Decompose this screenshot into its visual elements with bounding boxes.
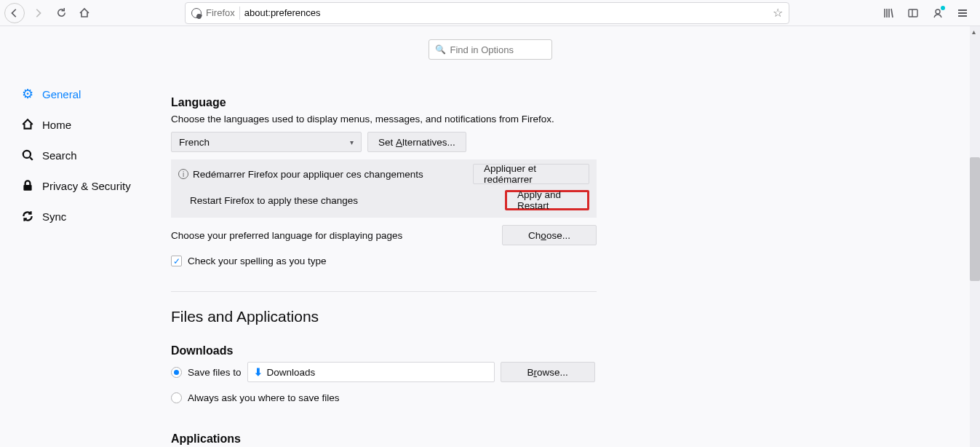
url-bar[interactable]: Firefox about:preferences ☆ xyxy=(185,2,789,24)
scroll-up-icon[interactable]: ▴ xyxy=(972,28,976,36)
home-icon xyxy=(20,118,35,131)
preferences-main: Language Choose the languages used to di… xyxy=(171,96,597,447)
save-files-radio[interactable] xyxy=(171,367,182,378)
downloads-path-input[interactable]: ⬇ Downloads xyxy=(247,362,495,382)
url-separator xyxy=(239,7,240,20)
language-select[interactable]: French ▾ xyxy=(171,132,362,152)
restart-row-fr: i Redémarrer Firefox pour appliquer ces … xyxy=(178,164,589,184)
set-alternatives-button[interactable]: Set Alternatives... xyxy=(367,132,466,152)
svg-line-4 xyxy=(30,157,32,159)
sidebar-item-label: General xyxy=(42,88,81,100)
language-controls: French ▾ Set Alternatives... xyxy=(171,132,597,152)
downloads-heading: Downloads xyxy=(171,344,597,357)
sidebar-item-search[interactable]: Search xyxy=(20,140,159,170)
info-icon: i xyxy=(178,169,188,179)
sidebar-icon[interactable] xyxy=(904,4,922,22)
menu-hamburger-icon[interactable] xyxy=(954,4,971,22)
save-files-label: Save files to xyxy=(188,367,242,378)
always-ask-label: Always ask you where to save files xyxy=(188,392,340,403)
notification-dot-icon xyxy=(941,6,945,10)
apply-restart-en-button[interactable]: Apply and Restart xyxy=(505,190,589,210)
check-spelling-checkbox[interactable]: ✓ xyxy=(171,256,182,266)
always-ask-row[interactable]: Always ask you where to save files xyxy=(171,392,597,403)
preferences-page: ▴ 🔍 ⚙ General Home Search Privacy xyxy=(0,26,980,447)
find-in-options[interactable]: 🔍 xyxy=(429,39,552,60)
sidebar-item-general[interactable]: ⚙ General xyxy=(20,79,159,109)
language-heading: Language xyxy=(171,96,597,109)
apply-restart-fr-button[interactable]: Appliquer et redémarrer xyxy=(473,164,589,184)
sidebar-item-label: Privacy & Security xyxy=(42,180,131,192)
firefox-icon xyxy=(191,8,202,18)
search-icon: 🔍 xyxy=(435,44,446,55)
svg-rect-5 xyxy=(23,185,31,191)
chevron-down-icon: ▾ xyxy=(350,138,354,146)
sidebar-item-label: Home xyxy=(42,119,71,131)
browse-button[interactable]: Browse... xyxy=(501,362,595,382)
lock-icon xyxy=(20,179,35,192)
sync-icon xyxy=(20,210,35,223)
sidebar-item-label: Search xyxy=(42,149,77,162)
preferred-language-row: Choose your preferred language for displ… xyxy=(171,225,597,245)
svg-point-3 xyxy=(23,151,31,158)
search-icon xyxy=(20,149,35,162)
sidebar-item-label: Sync xyxy=(42,210,66,223)
restart-text-fr: Redémarrer Firefox pour appliquer ces ch… xyxy=(193,169,423,180)
url-text: about:preferences xyxy=(244,7,321,18)
download-arrow-icon: ⬇ xyxy=(254,366,263,378)
language-subtitle: Choose the languages used to display men… xyxy=(171,114,597,124)
reload-button[interactable] xyxy=(51,3,71,23)
library-icon[interactable] xyxy=(880,4,897,22)
check-spelling-label: Check your spelling as you type xyxy=(188,256,327,266)
svg-point-2 xyxy=(936,9,940,14)
check-spelling-row[interactable]: ✓ Check your spelling as you type xyxy=(171,256,597,266)
downloads-path: Downloads xyxy=(267,367,316,378)
forward-button xyxy=(28,3,48,23)
back-button[interactable] xyxy=(4,3,25,23)
section-divider xyxy=(171,291,597,292)
restart-notice: i Redémarrer Firefox pour appliquer ces … xyxy=(171,159,597,218)
home-button[interactable] xyxy=(74,3,95,23)
choose-language-button[interactable]: Choose... xyxy=(502,225,597,245)
browser-toolbar: Firefox about:preferences ☆ xyxy=(0,0,980,26)
sidebar-item-sync[interactable]: Sync xyxy=(20,201,159,232)
bookmark-star-icon[interactable]: ☆ xyxy=(773,6,783,20)
preferred-language-label: Choose your preferred language for displ… xyxy=(171,230,402,241)
language-selected: French xyxy=(179,137,210,148)
account-icon[interactable] xyxy=(929,4,947,22)
applications-heading: Applications xyxy=(171,432,597,446)
always-ask-radio[interactable] xyxy=(171,392,182,403)
files-heading: Files and Applications xyxy=(171,308,597,325)
preferences-sidebar: ⚙ General Home Search Privacy & Security xyxy=(20,79,159,232)
svg-rect-0 xyxy=(909,9,917,17)
vertical-scrollbar[interactable]: ▴ xyxy=(970,26,980,447)
toolbar-right xyxy=(880,4,976,22)
gear-icon: ⚙ xyxy=(20,86,35,102)
scrollbar-thumb[interactable] xyxy=(970,157,980,281)
url-brand: Firefox xyxy=(206,7,235,18)
save-files-row: Save files to ⬇ Downloads Browse... xyxy=(171,362,597,382)
find-input[interactable] xyxy=(450,44,546,55)
sidebar-item-privacy[interactable]: Privacy & Security xyxy=(20,170,159,201)
sidebar-item-home[interactable]: Home xyxy=(20,109,159,140)
restart-row-en: Restart Firefox to apply these changes A… xyxy=(178,190,589,210)
restart-text-en: Restart Firefox to apply these changes xyxy=(190,195,358,206)
